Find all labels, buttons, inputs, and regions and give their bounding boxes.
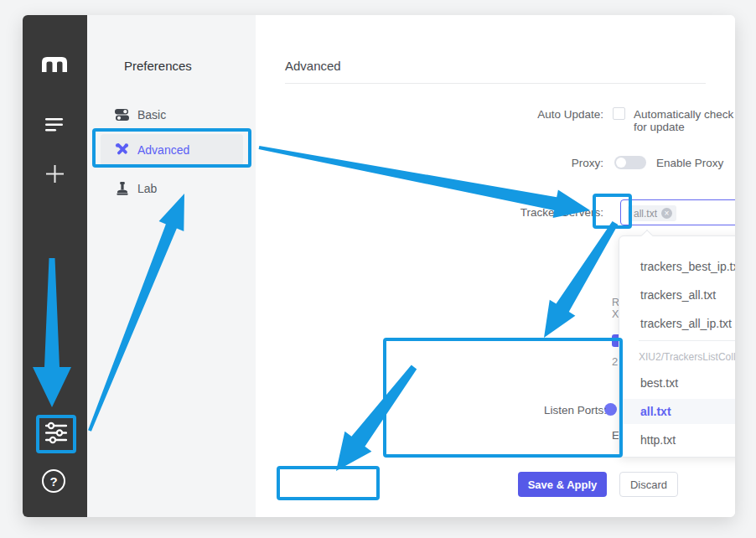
tracker-servers-label: Tracker Servers: [318, 206, 603, 219]
nav-item-advanced[interactable]: Advanced [101, 134, 243, 165]
toggle-knob [616, 158, 626, 168]
help-glyph: ? [49, 474, 57, 489]
dropdown-item-selected[interactable]: all.txt ✓ [619, 399, 735, 424]
dropdown-caret [641, 230, 653, 241]
proxy-label: Proxy: [318, 157, 603, 169]
page-title: Advanced [285, 59, 341, 73]
tag-close-icon[interactable]: × [661, 208, 672, 219]
auto-update-text[interactable]: Automatically check for update [634, 108, 735, 133]
motrix-window: ? Preferences Basic Advanced [23, 15, 735, 517]
add-task-icon[interactable] [46, 165, 64, 186]
dropdown-item[interactable]: trackers_all_ip.txt [619, 311, 735, 336]
motrix-logo-icon [42, 57, 67, 75]
dropdown-divider [639, 340, 735, 341]
auto-update-checkbox[interactable] [613, 107, 625, 120]
main-content: — ✕ Advanced Auto Update: Automatically … [256, 15, 735, 517]
preferences-nav-panel: Preferences Basic Advanced Lab [87, 15, 256, 517]
dropdown-item[interactable]: http.txt [619, 427, 735, 453]
nav-item-lab[interactable]: Lab [101, 173, 243, 204]
tracker-servers-select[interactable]: all.txt × [620, 199, 735, 225]
screenshot-stage: ? Preferences Basic Advanced [0, 0, 756, 538]
tag-label: all.txt [634, 208, 657, 220]
dropdown-item[interactable]: trackers_best_ip.txt [619, 254, 735, 279]
date-fragment: 2 [612, 355, 618, 368]
dropdown-group-label: XIU2/TrackersListCollection [639, 351, 735, 363]
tracker-dropdown: trackers_best_ip.txt trackers_all.txt tr… [619, 235, 735, 458]
nav-item-label: Lab [137, 182, 157, 195]
tools-icon [115, 142, 129, 157]
auto-update-label: Auto Update: [318, 108, 603, 121]
selected-item-label: all.txt [640, 405, 671, 418]
help-icon[interactable]: ? [42, 469, 65, 493]
task-list-icon[interactable] [45, 118, 64, 136]
divider [285, 83, 706, 84]
app-sidebar: ? [23, 15, 87, 517]
nav-item-label: Advanced [137, 143, 189, 157]
proxy-toggle[interactable] [614, 156, 646, 169]
nav-item-label: Basic [137, 108, 166, 122]
dropdown-item[interactable]: best.txt [619, 370, 735, 396]
nav-item-basic[interactable]: Basic [101, 99, 243, 130]
selected-tag: all.txt × [628, 205, 676, 221]
dropdown-item[interactable]: trackers_all.txt [619, 282, 735, 308]
proxy-text: Enable Proxy [656, 157, 723, 169]
preferences-icon[interactable] [45, 422, 67, 447]
toggles-icon [115, 107, 129, 122]
discard-button[interactable]: Discard [619, 472, 678, 497]
preferences-title: Preferences [124, 59, 192, 73]
save-apply-button[interactable]: Save & Apply [518, 472, 607, 497]
lab-stamp-icon [115, 181, 129, 195]
listen-ports-label: Listen Ports: [322, 404, 607, 416]
